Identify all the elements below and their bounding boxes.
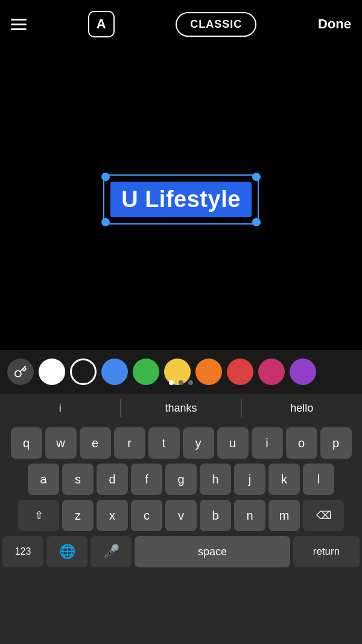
key-i[interactable]: i (252, 427, 283, 459)
color-picker-row (0, 350, 362, 394)
key-z[interactable]: z (62, 500, 94, 531)
key-t[interactable]: t (148, 427, 180, 459)
key-g[interactable]: g (165, 464, 197, 495)
autocorrect-word-2[interactable]: thanks (121, 402, 241, 415)
space-key[interactable]: space (135, 536, 290, 567)
key-d[interactable]: d (97, 464, 128, 495)
keyboard: q w e r t y u i o p a s d f g h j k l ⇧ … (0, 422, 362, 644)
key-x[interactable]: x (97, 500, 128, 531)
menu-icon[interactable] (11, 19, 27, 30)
key-c[interactable]: c (131, 500, 162, 531)
handle-bottom-left[interactable] (101, 218, 110, 226)
key-l[interactable]: l (303, 464, 334, 495)
style-button[interactable]: CLASSIC (176, 12, 256, 37)
canvas-area: U Lifestyle (0, 48, 362, 350)
canvas-text[interactable]: U Lifestyle (110, 182, 252, 217)
keyboard-row-2: a s d f g h j k l (2, 464, 360, 495)
keyboard-row-3: ⇧ z x c v b n m ⌫ (2, 500, 360, 531)
autocorrect-word-3[interactable]: hello (242, 402, 362, 415)
key-f[interactable]: f (131, 464, 162, 495)
handle-top-right[interactable] (252, 173, 261, 181)
text-element[interactable]: U Lifestyle (110, 182, 252, 217)
font-icon[interactable]: A (88, 11, 115, 37)
key-r[interactable]: r (114, 427, 145, 459)
handle-top-left[interactable] (101, 173, 110, 181)
shift-key[interactable]: ⇧ (18, 500, 59, 531)
autocorrect-word-1[interactable]: i (0, 402, 120, 415)
key-v[interactable]: v (165, 500, 197, 531)
mic-key[interactable]: 🎤 (91, 536, 132, 567)
globe-key[interactable]: 🌐 (46, 536, 87, 567)
key-a[interactable]: a (28, 464, 59, 495)
key-n[interactable]: n (234, 500, 265, 531)
key-u[interactable]: u (217, 427, 249, 459)
keyboard-row-1: q w e r t y u i o p (2, 427, 360, 459)
dot-3 (188, 380, 193, 385)
top-bar: A CLASSIC Done (0, 0, 362, 48)
dot-1 (169, 380, 174, 385)
dot-2 (179, 380, 183, 385)
key-j[interactable]: j (234, 464, 265, 495)
num-key[interactable]: 123 (2, 536, 43, 567)
key-s[interactable]: s (62, 464, 94, 495)
key-e[interactable]: e (80, 427, 111, 459)
key-q[interactable]: q (11, 427, 42, 459)
key-k[interactable]: k (268, 464, 300, 495)
autocorrect-bar: i thanks hello (0, 394, 362, 422)
keyboard-row-4: 123 🌐 🎤 space return (2, 536, 360, 567)
handle-bottom-right[interactable] (252, 218, 261, 226)
key-w[interactable]: w (45, 427, 77, 459)
key-m[interactable]: m (268, 500, 300, 531)
backspace-key[interactable]: ⌫ (303, 500, 344, 531)
key-b[interactable]: b (200, 500, 231, 531)
key-o[interactable]: o (286, 427, 317, 459)
pagination-dots (0, 380, 362, 385)
done-button[interactable]: Done (318, 16, 351, 32)
key-h[interactable]: h (200, 464, 231, 495)
key-y[interactable]: y (183, 427, 214, 459)
key-p[interactable]: p (320, 427, 352, 459)
return-key[interactable]: return (293, 536, 360, 567)
